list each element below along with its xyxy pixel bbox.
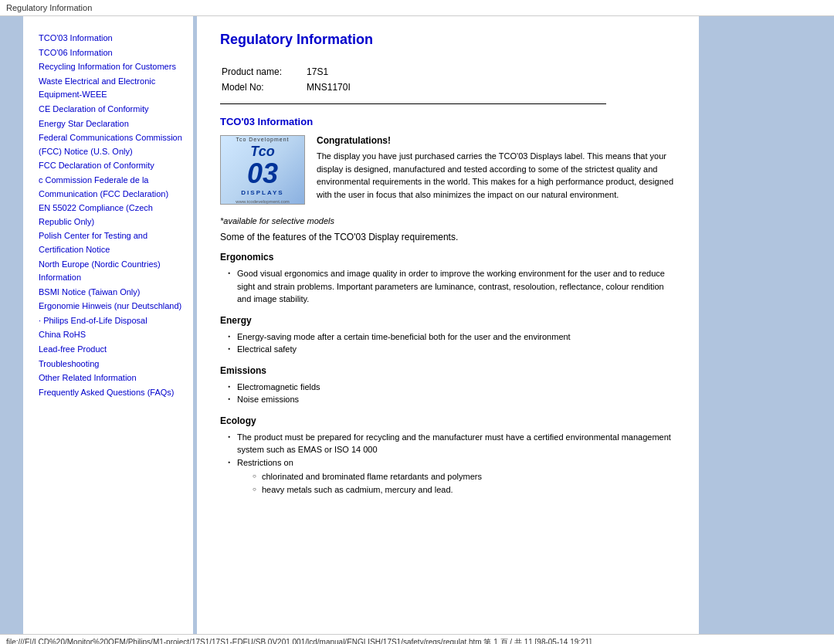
tco03-section-title: TCO'03 Information: [220, 116, 676, 127]
sidebar-link-tco03[interactable]: TCO'03 Information: [39, 32, 185, 46]
tco-dev-text: Tco Development: [236, 137, 290, 142]
energy-list: Energy-saving mode after a certain time-…: [220, 330, 676, 356]
tco-congrats: Congratulations! The display you have ju…: [317, 135, 676, 205]
model-no-value: MNS1170I: [307, 80, 374, 94]
sidebar-link-fcc[interactable]: Federal Communications Commission (FCC) …: [39, 131, 185, 158]
sidebar-link-nordic[interactable]: North Europe (Nordic Countries) Informat…: [39, 258, 185, 285]
congrats-title: Congratulations!: [317, 135, 676, 146]
ergonomics-title: Ergonomics: [220, 252, 676, 263]
divider: [220, 103, 606, 104]
ecology-sub-list: chlorinated and brominated flame retarda…: [237, 470, 676, 496]
sidebar-link-en55022[interactable]: EN 55022 Compliance (Czech Republic Only…: [39, 202, 185, 229]
list-item: Energy-saving mode after a certain time-…: [228, 330, 676, 344]
tco-displays-text: DISPLAYS: [236, 189, 290, 196]
tco-number: 03: [236, 160, 290, 188]
status-text: file:///E|/LCD%20/Monitor%20OEM/Philips/…: [6, 638, 592, 644]
sidebar-link-philips[interactable]: Philips End-of-Life Disposal: [39, 314, 185, 328]
emissions-title: Emissions: [220, 365, 676, 376]
list-item: Noise emissions: [228, 393, 676, 406]
energy-title: Energy: [220, 315, 676, 326]
sidebar-link-polish[interactable]: Polish Center for Testing and Certificat…: [39, 229, 185, 256]
model-no-label: Model No:: [222, 80, 305, 94]
sidebar-link-chinarohs[interactable]: China RoHS: [39, 328, 185, 342]
product-info-table: Product name: 17S1 Model No: MNS1170I: [220, 63, 375, 96]
title-bar: Regulatory Information: [0, 0, 834, 16]
tco-logo-inner: Tco Development Tco 03 DISPLAYS www.tcod…: [236, 137, 290, 204]
congrats-text: The display you have just purchased carr…: [317, 150, 676, 201]
list-item: Good visual ergonomics and image quality…: [228, 267, 676, 306]
left-panel: [0, 16, 23, 634]
available-note: *available for selective models: [220, 216, 676, 225]
sidebar: TCO'03 InformationTCO'06 InformationRecy…: [23, 16, 193, 634]
product-name-value: 17S1: [307, 65, 374, 79]
list-item: Restrictions onchlorinated and brominate…: [228, 456, 676, 497]
title-text: Regulatory Information: [6, 3, 92, 12]
main-layout: TCO'03 InformationTCO'06 InformationRecy…: [0, 16, 834, 634]
features-text: Some of the features of the TCO'03 Displ…: [220, 232, 676, 242]
list-item: heavy metals such as cadmium, mercury an…: [253, 483, 676, 497]
sidebar-link-cfcc[interactable]: c Commission Federale de la Communicatio…: [39, 174, 185, 201]
content-area: Regulatory Information Product name: 17S…: [197, 16, 699, 634]
tco-url: www.tcodevelopment.com: [236, 199, 290, 204]
sidebar-link-recycling[interactable]: Recycling Information for Customers: [39, 60, 185, 74]
list-item: Electromagnetic fields: [228, 381, 676, 394]
status-bar: file:///E|/LCD%20/Monitor%20OEM/Philips/…: [0, 634, 834, 644]
page-title: Regulatory Information: [220, 32, 676, 48]
sidebar-link-ce[interactable]: CE Declaration of Conformity: [39, 103, 185, 117]
sidebar-link-troubleshooting[interactable]: Troubleshooting: [39, 358, 185, 371]
list-item: The product must be prepared for recycli…: [228, 431, 676, 456]
sidebar-link-energystar[interactable]: Energy Star Declaration: [39, 117, 185, 131]
tco03-box: Tco Development Tco 03 DISPLAYS www.tcod…: [220, 135, 676, 205]
sidebar-link-otherinfo[interactable]: Other Related Information: [39, 371, 185, 385]
emissions-list: Electromagnetic fieldsNoise emissions: [220, 381, 676, 406]
sidebar-link-tco06[interactable]: TCO'06 Information: [39, 46, 185, 60]
list-item: Electrical safety: [228, 343, 676, 356]
sidebar-link-faqs[interactable]: Frequently Asked Questions (FAQs): [39, 386, 185, 400]
product-name-label: Product name:: [222, 65, 305, 79]
ecology-title: Ecology: [220, 415, 676, 426]
sidebar-link-weee[interactable]: Waste Electrical and Electronic Equipmen…: [39, 75, 185, 102]
ergonomics-list: Good visual ergonomics and image quality…: [220, 267, 676, 306]
list-item: chlorinated and brominated flame retarda…: [253, 470, 676, 483]
sidebar-link-ergohw[interactable]: Ergonomie Hinweis (nur Deutschland): [39, 300, 185, 314]
right-panel: [703, 16, 834, 634]
sidebar-link-leadfree[interactable]: Lead-free Product: [39, 343, 185, 357]
ecology-list: The product must be prepared for recycli…: [220, 431, 676, 497]
sidebar-link-fccdecl[interactable]: FCC Declaration of Conformity: [39, 159, 185, 173]
sidebar-link-bsmi[interactable]: BSMI Notice (Taiwan Only): [39, 286, 185, 300]
tco03-logo: Tco Development Tco 03 DISPLAYS www.tcod…: [220, 135, 305, 205]
